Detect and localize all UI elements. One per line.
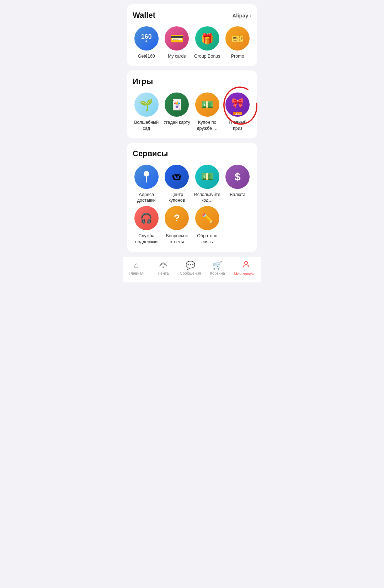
messages-icon: 💬 xyxy=(186,261,195,270)
groupbonus-icon: 🎁 xyxy=(195,26,219,51)
chevron-right-icon: › xyxy=(250,12,251,18)
services-item-feedback[interactable]: ✏️ Обратная связь xyxy=(193,206,221,245)
wallet-item-get160[interactable]: 160 € Get€160 xyxy=(133,26,160,59)
guesscard-label: Угадай карту xyxy=(164,120,190,125)
profile-icon xyxy=(242,260,250,271)
nav-item-home[interactable]: ⌂ Главная xyxy=(126,261,147,275)
services-empty-cell xyxy=(224,206,252,245)
svg-point-2 xyxy=(245,261,247,264)
home-icon: ⌂ xyxy=(134,261,138,270)
games-header: Игры xyxy=(133,77,251,86)
wallet-card: Wallet Alipay › 160 € Get€160 💳 xyxy=(127,4,257,66)
get160-label: Get€160 xyxy=(138,53,155,59)
wallet-header: Wallet Alipay › xyxy=(133,11,251,20)
services-item-address[interactable]: 📍 Адреса доставки xyxy=(133,165,160,203)
services-item-usecode[interactable]: 💵 Используйте код… xyxy=(193,165,221,203)
nav-item-feed[interactable]: Лента xyxy=(153,260,174,275)
mycards-icon: 💳 xyxy=(165,26,189,51)
games-item-coupon[interactable]: 💵 Купон по дружбе … xyxy=(193,92,221,131)
mainprize-icon: 🎀 11.11 xyxy=(225,92,250,117)
games-item-garden[interactable]: 🌱 Волшебный сад xyxy=(133,92,160,131)
nav-item-profile[interactable]: Мой профи… xyxy=(234,260,258,276)
usecode-icon: 💵 xyxy=(195,165,219,189)
feed-icon xyxy=(159,260,167,270)
games-title: Игры xyxy=(133,77,153,86)
services-card: Сервисы 📍 Адреса доставки 🎟 Центр купоно… xyxy=(127,143,257,252)
promo-icon: 🎫 xyxy=(225,26,250,51)
wallet-icon-grid: 160 € Get€160 💳 My cards 🎁 Group Bonus xyxy=(133,26,251,59)
support-label: Служба поддержки xyxy=(133,233,160,245)
home-label: Главная xyxy=(129,271,144,275)
games-item-mainprize[interactable]: 🎀 11.11 Главный приз xyxy=(224,92,252,131)
garden-icon: 🌱 xyxy=(134,92,159,117)
messages-label: Сообщения xyxy=(180,271,201,275)
promo-label: Promo xyxy=(231,53,244,59)
games-icon-grid: 🌱 Волшебный сад 🃏 Угадай карту 💵 Купон п… xyxy=(133,92,251,131)
address-label: Адреса доставки xyxy=(133,192,160,203)
address-icon: 📍 xyxy=(134,165,159,189)
alipay-link[interactable]: Alipay › xyxy=(232,12,251,18)
services-header: Сервисы xyxy=(133,149,251,158)
feedback-icon: ✏️ xyxy=(195,206,219,230)
services-row2-grid: 🎧 Служба поддержки ? Вопросы и ответы ✏️… xyxy=(133,206,251,245)
garden-label: Волшебный сад xyxy=(133,120,160,131)
profile-label: Мой профи… xyxy=(234,272,258,276)
svg-point-1 xyxy=(162,266,164,268)
cart-label: Корзина xyxy=(210,271,225,275)
feedback-label: Обратная связь xyxy=(193,233,221,245)
bottom-navigation: ⌂ Главная Лента 💬 Сообщения 🛒 Корзина Мо… xyxy=(123,256,261,282)
guesscard-icon: 🃏 xyxy=(165,92,189,117)
alipay-label: Alipay xyxy=(232,12,248,18)
mainprize-label: Главный приз xyxy=(224,120,252,131)
services-item-support[interactable]: 🎧 Служба поддержки xyxy=(133,206,160,245)
services-item-currency[interactable]: $ Валюта xyxy=(224,165,252,203)
get160-icon: 160 € xyxy=(134,26,159,51)
services-row1-grid: 📍 Адреса доставки 🎟 Центр купонов 💵 Испо… xyxy=(133,165,251,203)
mycards-label: My cards xyxy=(168,53,186,59)
coupon-label: Купон по дружбе … xyxy=(193,120,221,131)
cart-icon: 🛒 xyxy=(213,261,222,270)
nav-item-messages[interactable]: 💬 Сообщения xyxy=(180,261,201,275)
games-item-guesscard[interactable]: 🃏 Угадай карту xyxy=(163,92,191,131)
usecode-label: Используйте код… xyxy=(193,192,221,203)
services-title: Сервисы xyxy=(133,149,168,158)
mainprize-badge: 11.11 xyxy=(233,112,242,115)
wallet-item-promo[interactable]: 🎫 Promo xyxy=(224,26,252,59)
groupbonus-label: Group Bonus xyxy=(194,53,220,59)
couponcenter-label: Центр купонов xyxy=(163,192,191,203)
currency-icon: $ xyxy=(225,165,250,189)
qa-icon: ? xyxy=(165,206,189,230)
services-item-qa[interactable]: ? Вопросы и ответы xyxy=(163,206,191,245)
wallet-item-mycards[interactable]: 💳 My cards xyxy=(163,26,191,59)
couponcenter-icon: 🎟 xyxy=(165,165,189,189)
coupon-icon: 💵 xyxy=(195,92,219,117)
wallet-title: Wallet xyxy=(133,11,155,20)
qa-label: Вопросы и ответы xyxy=(163,233,191,245)
games-card: Игры 🌱 Волшебный сад 🃏 Угадай карту 💵 xyxy=(127,70,257,138)
wallet-item-groupbonus[interactable]: 🎁 Group Bonus xyxy=(193,26,221,59)
currency-label: Валюта xyxy=(230,192,245,197)
feed-label: Лента xyxy=(158,271,169,275)
nav-item-cart[interactable]: 🛒 Корзина xyxy=(207,261,228,275)
services-item-couponcenter[interactable]: 🎟 Центр купонов xyxy=(163,165,191,203)
support-icon: 🎧 xyxy=(134,206,159,230)
